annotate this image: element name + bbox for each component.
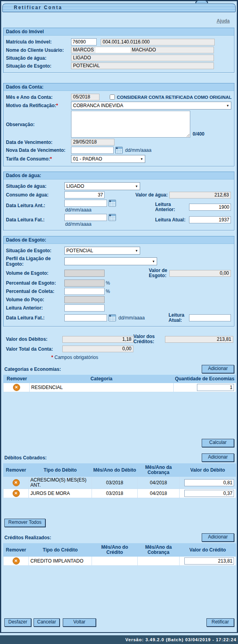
chevron-down-icon: ▼	[135, 185, 138, 188]
creditos-col-mes-credito: Mês/Ano do Crédito	[92, 544, 138, 557]
esgoto-data-leitura-fat-input[interactable]	[64, 314, 107, 321]
remove-icon[interactable]: ✕	[13, 479, 20, 486]
esgoto-data-leitura-fat-label: Data Leitura Fat.:	[6, 315, 64, 321]
esgoto-leitura-atual-label: Leitura Atual:	[169, 313, 189, 323]
agua-situacao-select[interactable]: LIGADO▼	[64, 182, 140, 190]
remover-todos-button[interactable]: Remover Todos	[4, 519, 45, 527]
data-leitura-fat-input[interactable]	[64, 214, 107, 221]
esgoto-situacao-select[interactable]: POTENCIAL▼	[64, 247, 140, 255]
matricula-label: Matrícula do Imóvel:	[6, 39, 71, 45]
agua-situacao-label: Situação de água:	[6, 183, 64, 189]
voltar-button[interactable]: Voltar	[63, 618, 96, 627]
calcular-button[interactable]: Calcular	[202, 439, 234, 447]
valor-total-label: Valor Total da Conta:	[6, 346, 62, 352]
version-footer: Versão: 3.49.2.0 (Batch) 03/04/2019 - 17…	[0, 635, 238, 644]
cliente-first-name: MARCOS	[73, 47, 94, 53]
categorias-bar: Categorias e Economias: Adicionar	[4, 365, 234, 373]
valor-debitos-label: Valor dos Débitos:	[6, 336, 62, 342]
section-dados-imovel: Dados do Imóvel Matrícula do Imóvel: 004…	[3, 28, 234, 73]
valor-credito-input[interactable]	[184, 557, 234, 565]
situacao-esgoto-label: Situação de Esgoto:	[6, 63, 71, 69]
creditos-adicionar-button[interactable]: Adicionar	[202, 533, 234, 542]
debito-row: ✕ JUROS DE MORA 03/2018 04/2018	[4, 489, 236, 498]
tipo-debito-cell: ACRESCIMO(S) MES(ES) ANT.	[29, 477, 92, 489]
leitura-atual-label: Leitura Atual:	[155, 217, 189, 223]
cliente-last-name: MACHADO	[132, 47, 156, 53]
leitura-anterior-input[interactable]	[189, 204, 231, 211]
calendar-icon[interactable]	[109, 214, 116, 221]
tarifa-select[interactable]: 01 - PADRAO▼	[71, 155, 145, 163]
help-link[interactable]: Ajuda	[217, 18, 230, 24]
creditos-col-tipo: Tipo do Crédito	[29, 544, 92, 557]
motivo-select[interactable]: COBRANCA INDEVIDA▼	[71, 102, 231, 110]
redaction-overlay	[96, 47, 130, 53]
motivo-label: Motivo da Retificação:*	[6, 103, 71, 108]
debitos-table: Remover Tipo do Débito Mês/Ano do Débito…	[3, 463, 236, 498]
help-row: Ajuda	[1, 12, 237, 25]
creditos-col-remover: Remover	[4, 544, 29, 557]
remove-icon[interactable]: ✕	[13, 384, 20, 391]
valor-agua-label: Valor de água:	[135, 193, 169, 198]
valor-esgoto-value: 0,00	[169, 270, 231, 277]
categorias-col-categoria: Categoria	[30, 375, 174, 383]
situacao-esgoto-value: POTENCIAL	[71, 62, 214, 69]
motivo-label-text: Motivo da Retificação:	[6, 103, 56, 108]
perfil-ligacao-select[interactable]: ▼	[64, 257, 157, 265]
considerar-original-checkbox[interactable]	[110, 94, 115, 100]
mes-ano-conta-value: 05/2018	[71, 94, 99, 100]
tarifa-required-mark: *	[50, 156, 52, 162]
data-vencimento-value: 29/05/2018	[71, 139, 114, 145]
debitos-col-valor: Valor do Débito	[180, 464, 236, 477]
debitos-col-tipo: Tipo do Débito	[29, 464, 92, 477]
nova-data-input[interactable]	[71, 147, 114, 154]
tarifa-label-text: Tarifa de Consumo:	[6, 156, 50, 162]
debitos-adicionar-button[interactable]: Adicionar	[202, 453, 234, 462]
actions-bar: Desfazer Cancelar Voltar Retificar	[4, 618, 234, 627]
perfil-ligacao-label: Perfil da Ligação de Esgoto:	[6, 256, 64, 267]
remove-icon[interactable]: ✕	[13, 557, 20, 565]
valor-debito-input[interactable]	[184, 490, 234, 497]
valor-debito-input[interactable]	[184, 479, 234, 486]
calendar-icon[interactable]	[115, 147, 123, 154]
consumo-agua-input[interactable]	[64, 191, 105, 198]
data-leitura-ant-label: Data Leitura Ant.:	[6, 200, 64, 208]
motivo-required-mark: *	[56, 103, 58, 108]
chevron-down-icon: ▼	[226, 104, 229, 108]
categorias-adicionar-button[interactable]: Adicionar	[202, 365, 234, 373]
creditos-table: Remover Tipo do Crédito Mês/Ano do Crédi…	[3, 543, 236, 566]
calendar-icon[interactable]	[109, 314, 116, 321]
esgoto-situacao-value: POTENCIAL	[66, 248, 93, 253]
volume-poco-input-disabled	[64, 296, 105, 303]
data-leitura-ant-input[interactable]	[64, 200, 107, 207]
calendar-icon[interactable]	[109, 200, 116, 207]
quantidade-economias-input[interactable]	[197, 384, 234, 391]
percentual-esgoto-input-disabled	[64, 280, 105, 287]
valor-creditos-value: 213,81	[165, 336, 233, 343]
situacao-agua-value: LIGADO	[71, 55, 214, 61]
leitura-anterior-label: Leitura Anterior:	[155, 202, 189, 212]
inscricao-value: 004.001.140.0116.000	[101, 39, 215, 45]
date-format-hint: dd/mm/aaaa	[65, 207, 116, 213]
percent-suffix: %	[106, 289, 110, 294]
esgoto-leitura-anterior-input[interactable]	[64, 304, 105, 312]
creditos-label: Créditos Realizados:	[4, 535, 51, 540]
creditos-bar: Créditos Realizados: Adicionar	[4, 533, 234, 542]
section-dados-esgoto: Dados de Esgoto: Situação de Esgoto: POT…	[3, 236, 234, 327]
retificar-button[interactable]: Retificar	[206, 618, 234, 627]
desfazer-button[interactable]: Desfazer	[4, 618, 31, 627]
leitura-atual-input[interactable]	[189, 216, 231, 223]
mes-ano-debito-cell: 03/2018	[92, 477, 138, 489]
volume-esgoto-input-disabled	[64, 270, 105, 277]
cancelar-button[interactable]: Cancelar	[34, 618, 60, 627]
percentual-coleta-label: Percentual de Coleta:	[6, 289, 64, 294]
chevron-down-icon: ▼	[135, 249, 138, 253]
cliente-label: Nome do Cliente Usuário:	[6, 47, 71, 53]
observacao-textarea[interactable]	[71, 111, 190, 138]
remove-icon[interactable]: ✕	[13, 490, 20, 497]
matricula-input[interactable]	[71, 38, 97, 45]
date-format-hint: dd/mm/aaaa	[125, 147, 152, 153]
section-header-agua: Dados de água:	[4, 172, 234, 179]
percentual-coleta-input[interactable]	[64, 288, 105, 295]
esgoto-leitura-atual-input[interactable]	[189, 314, 231, 321]
motivo-selected-value: COBRANCA INDEVIDA	[73, 103, 123, 108]
